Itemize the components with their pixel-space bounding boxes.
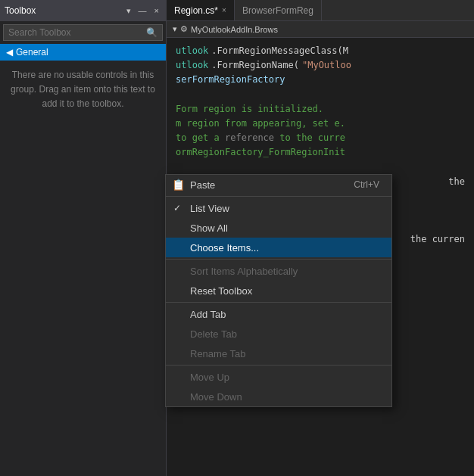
menu-item-sort: Sort Items Alphabetically [166, 261, 391, 281]
menu-item-movedown: Move Down [166, 387, 391, 406]
menu-item-paste[interactable]: 📋 Paste Ctrl+V [166, 175, 391, 194]
menu-sort-label: Sort Items Alphabetically [190, 266, 298, 277]
toolbox-close-icon[interactable]: × [152, 5, 161, 16]
code-line-comment4: ormRegionFactory_FormRegionInit [176, 145, 465, 160]
menu-showall-label: Show All [190, 222, 228, 234]
code-line-blank [176, 88, 465, 102]
menu-item-moveup: Move Up [166, 367, 391, 387]
general-label: General [16, 47, 48, 58]
menu-moveup-label: Move Up [190, 372, 229, 383]
tab-close-region[interactable]: × [222, 6, 226, 14]
menu-item-listview[interactable]: ✓ List View [166, 198, 391, 218]
tab-label-region: Region.cs* [174, 5, 218, 16]
check-icon: ✓ [173, 203, 181, 213]
menu-reset-label: Reset Toolbox [190, 285, 252, 297]
toolbox-search-box[interactable]: 🔍 [3, 24, 163, 41]
chevron-icon: ◀ [6, 47, 13, 58]
tab-region-cs[interactable]: Region.cs* × [167, 0, 235, 20]
breadcrumb-path: MyOutlookAddIn.Brows [191, 25, 278, 34]
toolbox-panel: Toolbox ▾ — × 🔍 ◀ General There are no u… [0, 0, 167, 476]
menu-deletetab-label: Delete Tab [190, 328, 237, 340]
menu-paste-label: Paste [190, 179, 215, 191]
menu-separator-1 [166, 196, 391, 197]
menu-separator-2 [166, 259, 391, 260]
code-line-comment3: to get a reference to the curre [176, 131, 465, 145]
paste-icon: 📋 [172, 179, 185, 191]
code-line-3: serFormRegionFactory [176, 73, 465, 87]
breadcrumb-icon: ⚙ [180, 24, 188, 34]
toolbox-pin-icon[interactable]: ▾ [124, 5, 133, 17]
search-icon[interactable]: 🔍 [146, 27, 157, 38]
code-line-1: utlook.FormRegionMessageClass(M [176, 44, 465, 58]
menu-item-reset[interactable]: Reset Toolbox [166, 281, 391, 300]
toolbox-titlebar: Toolbox ▾ — × [0, 0, 166, 21]
toolbox-general-header[interactable]: ◀ General [0, 44, 166, 61]
menu-separator-4 [166, 365, 391, 366]
toolbox-title: Toolbox [5, 5, 36, 16]
editor-breadcrumb: ▾ ⚙ MyOutlookAddIn.Brows [167, 21, 474, 38]
menu-listview-label: List View [190, 203, 229, 214]
toolbox-empty-text: There are no usable controls in this gro… [11, 70, 155, 109]
toolbox-empty-message: There are no usable controls in this gro… [0, 61, 166, 476]
menu-separator-3 [166, 302, 391, 303]
menu-chooseitems-label: Choose Items... [190, 242, 259, 254]
toolbox-title-icons: ▾ — × [124, 5, 161, 17]
menu-item-chooseitems[interactable]: Choose Items... [166, 238, 391, 257]
tab-browserformreg[interactable]: BrowserFormReg [235, 0, 322, 20]
menu-item-renametab: Rename Tab [166, 344, 391, 363]
menu-addtab-label: Add Tab [190, 309, 226, 320]
breadcrumb-dropdown[interactable]: ▾ [173, 24, 177, 34]
search-input[interactable] [8, 27, 146, 38]
editor-tabs: Region.cs* × BrowserFormReg [167, 0, 474, 21]
menu-movedown-label: Move Down [190, 391, 242, 403]
code-line-comment1: Form region is initialized. [176, 102, 465, 117]
menu-paste-shortcut: Ctrl+V [354, 179, 379, 190]
code-line-blank2 [176, 160, 465, 175]
menu-renametab-label: Rename Tab [190, 348, 245, 359]
menu-item-addtab[interactable]: Add Tab [166, 304, 391, 324]
menu-item-deletetab: Delete Tab [166, 324, 391, 344]
tab-label-browser: BrowserFormReg [242, 5, 313, 16]
code-line-2: utlook.FormRegionName("MyOutloo [176, 58, 465, 73]
menu-item-showall[interactable]: Show All [166, 218, 391, 238]
code-line-comment2: m region from appearing, set e. [176, 117, 465, 131]
context-menu: 📋 Paste Ctrl+V ✓ List View Show All Choo… [165, 174, 392, 407]
toolbox-minimize-icon[interactable]: — [136, 5, 149, 16]
